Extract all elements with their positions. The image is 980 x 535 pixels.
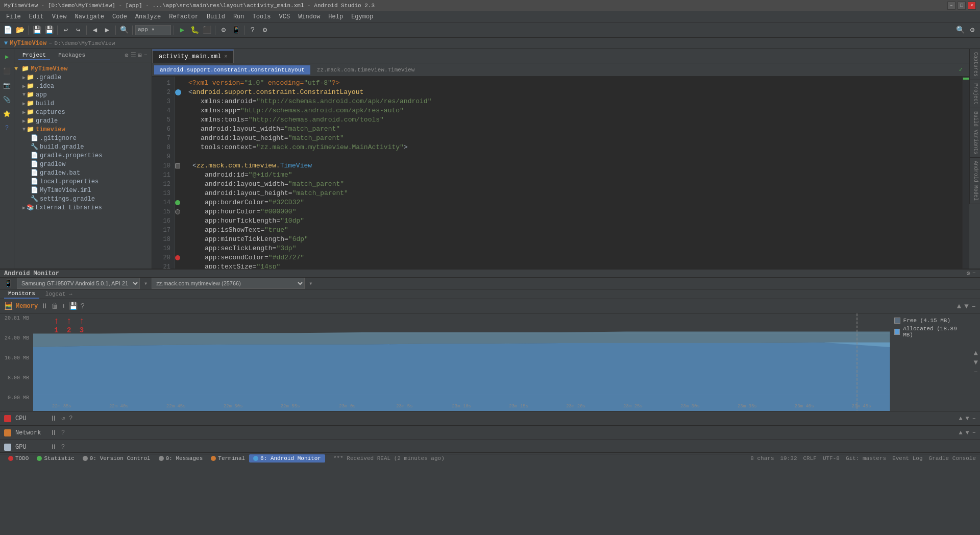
- android-model-panel[interactable]: Android Model: [969, 158, 980, 204]
- fold-icon[interactable]: [175, 163, 180, 168]
- close-button[interactable]: ×: [968, 2, 976, 10]
- device-selector[interactable]: Samsung GT-I9507V Android 5.0.1, API 21: [17, 278, 140, 289]
- forward-btn[interactable]: ▶: [102, 25, 113, 36]
- minimize-icon[interactable]: –: [972, 270, 976, 277]
- avd-btn[interactable]: 📱: [230, 25, 241, 36]
- scroll-end[interactable]: –: [974, 368, 978, 376]
- run-icon[interactable]: ▶: [2, 51, 13, 62]
- gpu-pause[interactable]: ⏸: [50, 443, 57, 451]
- cpu-pause[interactable]: ⏸: [50, 415, 57, 423]
- tree-item-myiml[interactable]: 📄 MyTimeView.iml: [14, 186, 152, 194]
- sdk-manager-btn[interactable]: ⚙: [218, 25, 229, 36]
- net-up[interactable]: ▲: [959, 429, 962, 436]
- code-content[interactable]: <?xml version="1.0" encoding="utf-8"?> <…: [184, 77, 963, 269]
- tab-project[interactable]: Project: [18, 51, 50, 60]
- cpu-down[interactable]: ▼: [966, 415, 969, 422]
- save-btn[interactable]: 💾: [31, 25, 42, 36]
- menu-vcs[interactable]: VCS: [275, 12, 295, 21]
- gear-icon[interactable]: ☰: [131, 52, 136, 59]
- heap-btn[interactable]: ⬆: [61, 302, 65, 310]
- menu-code[interactable]: Code: [108, 12, 131, 21]
- menu-navigate[interactable]: Navigate: [70, 12, 108, 21]
- run-button[interactable]: ▶: [177, 25, 188, 36]
- settings-btn[interactable]: ⚙: [967, 25, 978, 36]
- expand-icon[interactable]: ⊞: [138, 52, 142, 59]
- down-btn[interactable]: ▼: [964, 302, 968, 310]
- tree-item-gitignore[interactable]: 📄 .gitignore: [14, 134, 152, 142]
- tree-item-app[interactable]: ▼ 📁 app: [14, 90, 152, 99]
- taskbar-terminal[interactable]: Terminal: [207, 454, 249, 463]
- build-variants-panel[interactable]: Build Variants: [969, 108, 980, 158]
- tree-item-timeview[interactable]: ▼ 📁 timeview: [14, 125, 152, 134]
- tab-logcat[interactable]: logcat →: [41, 290, 77, 298]
- app-combo[interactable]: app ▾: [135, 25, 171, 35]
- package-selector[interactable]: zz.mack.com.mytimeview (25766): [152, 278, 305, 289]
- tree-root[interactable]: ▼ 📁 MyTimeView: [14, 64, 152, 73]
- net-pause[interactable]: ⏸: [50, 429, 57, 437]
- menu-window[interactable]: Window: [294, 12, 324, 21]
- menu-help[interactable]: Help: [324, 12, 347, 21]
- redo-btn[interactable]: ↪: [72, 25, 84, 36]
- menu-file[interactable]: File: [2, 12, 25, 21]
- menu-build[interactable]: Build: [203, 12, 229, 21]
- question-icon[interactable]: ?: [2, 123, 13, 134]
- search-everywhere-btn[interactable]: 🔍: [954, 25, 966, 36]
- help-btn[interactable]: ?: [247, 25, 258, 36]
- find-btn[interactable]: 🔍: [118, 25, 130, 36]
- cpu-up[interactable]: ▲: [959, 415, 962, 422]
- taskbar-messages[interactable]: 0: Messages: [155, 454, 207, 463]
- tree-item-localprop[interactable]: 📄 local.properties: [14, 177, 152, 186]
- maximize-button[interactable]: □: [958, 2, 966, 10]
- pause-btn[interactable]: ⏸: [41, 302, 48, 310]
- cpu-help[interactable]: ?: [69, 415, 72, 422]
- stop-icon[interactable]: ⬛: [2, 65, 13, 77]
- tree-item-idea[interactable]: ▶ 📁 .idea: [14, 82, 152, 90]
- sync-icon[interactable]: ⚙: [125, 52, 128, 59]
- stop-button[interactable]: ⬛: [201, 25, 212, 36]
- menu-edit[interactable]: Edit: [25, 12, 48, 21]
- tree-item-settings[interactable]: 🔧 settings.gradle: [14, 194, 152, 203]
- net-help[interactable]: ?: [61, 429, 65, 436]
- undo-btn[interactable]: ↩: [60, 25, 71, 36]
- tree-item-gradleprop[interactable]: 📄 gradle.properties: [14, 151, 152, 160]
- hide-icon[interactable]: –: [144, 52, 148, 59]
- tree-item-build[interactable]: ▶ 📁 build: [14, 99, 152, 108]
- favorites-icon[interactable]: ⭐: [2, 108, 13, 119]
- open-btn[interactable]: 📂: [14, 25, 26, 36]
- net-close[interactable]: –: [972, 429, 976, 436]
- cpu-close[interactable]: –: [972, 415, 976, 422]
- event-log-btn[interactable]: Event Log: [892, 455, 922, 461]
- tree-item-gradle[interactable]: ▶ 📁 .gradle: [14, 73, 152, 82]
- menu-egymop[interactable]: Egymop: [347, 12, 377, 21]
- taskbar-android-monitor[interactable]: 6: Android Monitor: [249, 454, 325, 463]
- tree-item-gradle2[interactable]: ▶ 📁 gradle: [14, 116, 152, 125]
- gradle-console-btn[interactable]: Gradle Console: [929, 455, 976, 461]
- tree-item-gradlew[interactable]: 📄 gradlew: [14, 160, 152, 168]
- captures-panel[interactable]: Captures: [969, 49, 980, 80]
- dump-btn[interactable]: 💾: [69, 302, 78, 310]
- tab-close-icon[interactable]: ×: [224, 54, 227, 60]
- menu-tools[interactable]: Tools: [249, 12, 275, 21]
- taskbar-statistic[interactable]: Statistic: [33, 454, 78, 463]
- menu-analyze[interactable]: Analyze: [131, 12, 165, 21]
- attach-icon[interactable]: 📎: [2, 94, 13, 105]
- menu-refactor[interactable]: Refactor: [165, 12, 203, 21]
- settings-icon[interactable]: ⚙: [967, 270, 970, 277]
- save-all-btn[interactable]: 💾: [43, 25, 55, 36]
- config-btn[interactable]: ⚙: [259, 25, 271, 36]
- tree-item-buildgradle[interactable]: 🔧 build.gradle: [14, 142, 152, 151]
- editor-tab-main[interactable]: activity_main.xml ×: [152, 50, 234, 63]
- menu-view[interactable]: View: [48, 12, 71, 21]
- cpu-reload[interactable]: ↺: [61, 415, 65, 422]
- help-btn[interactable]: ?: [81, 302, 85, 310]
- tree-item-captures[interactable]: ▶ 📁 captures: [14, 108, 152, 116]
- new-file-btn[interactable]: 📄: [2, 25, 13, 36]
- net-down[interactable]: ▼: [966, 429, 969, 436]
- design-tab-timeview[interactable]: zz.mack.com.timeview.TimeView: [311, 65, 420, 75]
- gpu-help[interactable]: ?: [61, 444, 65, 451]
- tab-monitors[interactable]: Monitors: [4, 289, 39, 299]
- back-btn[interactable]: ◀: [89, 25, 101, 36]
- design-tab-constraint[interactable]: android.support.constraint.ConstraintLay…: [154, 65, 310, 75]
- minimize-button[interactable]: –: [947, 2, 955, 10]
- tab-packages[interactable]: Packages: [54, 51, 89, 60]
